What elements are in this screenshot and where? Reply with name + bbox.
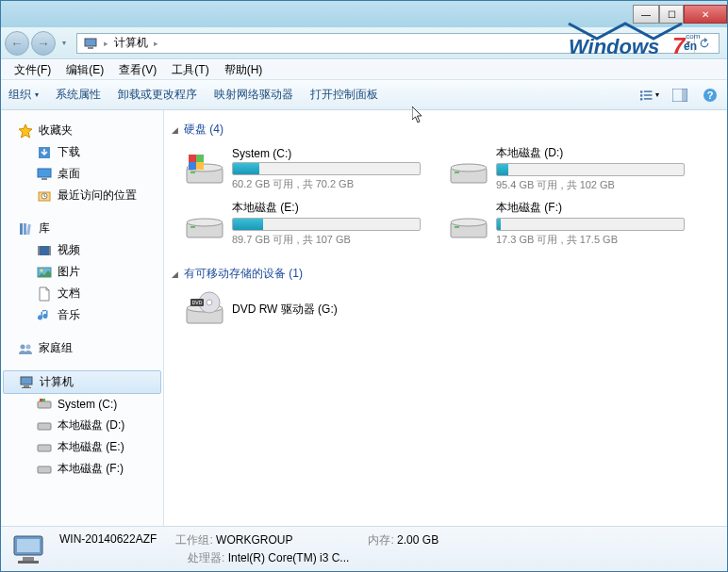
- nav-history-dropdown[interactable]: ▾: [58, 39, 71, 47]
- toolbar-control-panel[interactable]: 打开控制面板: [310, 87, 378, 103]
- drive-free-text: 60.2 GB 可用 , 共 70.2 GB: [232, 177, 421, 191]
- library-icon: [18, 221, 33, 237]
- sidebar-item-drive-e[interactable]: 本地磁盘 (E:): [1, 436, 163, 458]
- svg-rect-31: [21, 377, 32, 384]
- hdd-large-icon: [449, 149, 488, 188]
- toolbar: 组织▾ 系统属性 卸载或更改程序 映射网络驱动器 打开控制面板 ▾ ?: [1, 80, 727, 110]
- svg-rect-8: [640, 94, 642, 96]
- sidebar-homegroup[interactable]: 家庭组: [1, 337, 163, 359]
- address-bar[interactable]: ▸ 计算机 ▸ ▾: [76, 33, 720, 54]
- drive-item[interactable]: 本地磁盘 (F:) 17.3 GB 可用 , 共 17.5 GB: [447, 198, 681, 249]
- svg-rect-13: [682, 89, 687, 102]
- sidebar-libraries[interactable]: 库: [1, 218, 163, 239]
- sidebar-item-music[interactable]: 音乐: [1, 304, 163, 326]
- close-button[interactable]: ✕: [684, 5, 727, 24]
- menu-view[interactable]: 查看(V): [113, 60, 162, 80]
- homegroup-icon: [18, 341, 33, 356]
- sidebar-item-documents[interactable]: 文档: [1, 283, 163, 304]
- menu-edit[interactable]: 编辑(E): [60, 60, 109, 80]
- drive-free-text: 89.7 GB 可用 , 共 107 GB: [232, 233, 421, 247]
- sidebar-item-desktop[interactable]: 桌面: [1, 163, 163, 185]
- window-controls: — ☐ ✕: [633, 5, 727, 24]
- drive-usage-bar: [232, 162, 421, 175]
- menu-help[interactable]: 帮助(H): [219, 60, 269, 80]
- drive-name: 本地磁盘 (E:): [232, 200, 421, 216]
- svg-rect-39: [38, 466, 51, 473]
- forward-button[interactable]: →: [31, 31, 56, 56]
- svg-rect-55: [455, 226, 459, 228]
- dvd-drive-icon: DVD: [185, 289, 224, 329]
- sidebar-item-videos[interactable]: 视频: [1, 239, 163, 261]
- svg-rect-52: [190, 226, 195, 228]
- address-segment-computer[interactable]: 计算机: [110, 35, 152, 51]
- svg-rect-24: [38, 246, 51, 255]
- main-content: ◢ 硬盘 (4) System (C:) 60.2 GB 可用 , 共 70.2…: [164, 110, 727, 526]
- back-button[interactable]: ←: [5, 31, 29, 56]
- section-hard-disks[interactable]: ◢ 硬盘 (4): [172, 116, 720, 143]
- sidebar-computer[interactable]: 计算机: [3, 370, 161, 394]
- sidebar-item-drive-c[interactable]: System (C:): [1, 394, 163, 415]
- collapse-arrow-icon: ◢: [172, 125, 178, 135]
- star-icon: [18, 123, 33, 139]
- help-button[interactable]: ?: [701, 86, 720, 105]
- download-icon: [37, 145, 52, 160]
- address-computer-icon: [79, 36, 102, 51]
- menubar: 文件(F) 编辑(E) 查看(V) 工具(T) 帮助(H): [1, 59, 727, 80]
- svg-rect-26: [49, 246, 51, 255]
- music-icon: [37, 308, 52, 323]
- sidebar-item-drive-f[interactable]: 本地磁盘 (F:): [1, 458, 163, 480]
- view-mode-button[interactable]: ▾: [640, 86, 659, 105]
- preview-pane-button[interactable]: [670, 86, 689, 105]
- minimize-button[interactable]: —: [633, 5, 659, 24]
- svg-rect-10: [640, 98, 642, 100]
- drive-usage-bar: [496, 218, 685, 231]
- drive-item[interactable]: 本地磁盘 (D:) 95.4 GB 可用 , 共 102 GB: [447, 143, 681, 194]
- svg-point-59: [207, 300, 212, 305]
- menu-file[interactable]: 文件(F): [8, 60, 57, 80]
- sidebar-item-downloads[interactable]: 下载: [1, 141, 163, 163]
- svg-rect-64: [23, 557, 34, 561]
- svg-rect-9: [644, 94, 653, 96]
- svg-rect-23: [26, 223, 31, 234]
- svg-point-51: [187, 219, 223, 226]
- svg-rect-38: [38, 445, 51, 451]
- computer-icon: [19, 375, 34, 390]
- sidebar-favorites[interactable]: 收藏夹: [1, 120, 163, 141]
- desktop-icon: [37, 167, 52, 182]
- svg-point-29: [21, 344, 25, 349]
- drive-item[interactable]: DVD DVD RW 驱动器 (G:): [183, 287, 417, 331]
- svg-text:?: ?: [707, 90, 714, 101]
- collapse-arrow-icon: ◢: [172, 270, 178, 279]
- toolbar-map-drive[interactable]: 映射网络驱动器: [214, 87, 293, 103]
- svg-rect-0: [85, 39, 96, 46]
- drive-name: 本地磁盘 (F:): [496, 200, 685, 216]
- drive-item[interactable]: 本地磁盘 (E:) 89.7 GB 可用 , 共 107 GB: [183, 198, 417, 249]
- computer-large-icon: [8, 532, 50, 566]
- toolbar-uninstall[interactable]: 卸载或更改程序: [118, 87, 197, 103]
- svg-point-28: [41, 269, 43, 271]
- svg-point-54: [451, 219, 487, 226]
- picture-icon: [37, 265, 52, 280]
- section-removable[interactable]: ◢ 有可移动存储的设备 (1): [172, 260, 720, 287]
- drive-item[interactable]: System (C:) 60.2 GB 可用 , 共 70.2 GB: [183, 143, 417, 194]
- maximize-button[interactable]: ☐: [659, 5, 684, 24]
- svg-rect-7: [644, 90, 653, 92]
- sidebar-item-drive-d[interactable]: 本地磁盘 (D:): [1, 415, 163, 436]
- svg-rect-44: [196, 155, 204, 162]
- hdd-icon: [37, 462, 52, 477]
- menu-tools[interactable]: 工具(T): [166, 60, 214, 80]
- svg-rect-42: [190, 172, 195, 173]
- document-icon: [37, 286, 52, 302]
- drive-name: DVD RW 驱动器 (G:): [232, 302, 415, 318]
- toolbar-organize[interactable]: 组织▾: [8, 87, 39, 103]
- address-dropdown-icon[interactable]: ▾: [687, 39, 690, 47]
- hdd-large-icon: [449, 204, 488, 243]
- toolbar-system-properties[interactable]: 系统属性: [56, 87, 101, 103]
- svg-rect-32: [24, 385, 29, 387]
- sidebar-item-pictures[interactable]: 图片: [1, 261, 163, 283]
- refresh-button[interactable]: [694, 34, 713, 53]
- video-icon: [37, 243, 52, 258]
- navbar: ← → ▾ ▸ 计算机 ▸ ▾ Windows 7 en .com: [1, 27, 727, 59]
- sidebar-item-recent[interactable]: 最近访问的位置: [1, 185, 163, 206]
- sidebar: 收藏夹 下载 桌面 最近访问的位置 库: [1, 110, 164, 526]
